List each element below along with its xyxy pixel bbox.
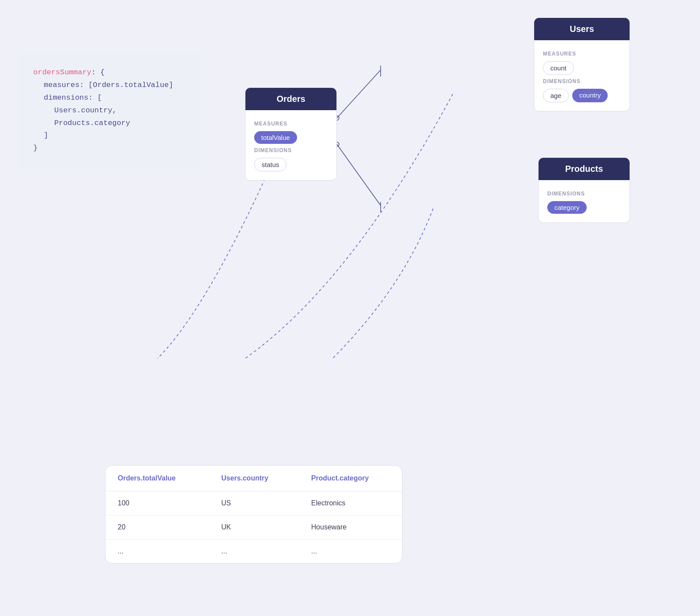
code-measures-val: [Orders.totalValue] <box>88 81 173 89</box>
code-measures-key: measures <box>44 81 80 89</box>
orders-measures-label: MEASURES <box>254 121 328 127</box>
users-count-tag: count <box>543 61 574 75</box>
products-card-title: Products <box>539 158 630 180</box>
svg-line-0 <box>337 70 381 118</box>
products-category-tag: category <box>547 201 587 214</box>
users-age-tag: age <box>543 89 569 102</box>
cell-totalvalue-2: 20 <box>105 515 209 539</box>
cell-country-3: ... <box>209 539 299 564</box>
users-measures-label: MEASURES <box>543 51 621 57</box>
orders-dimensions-label: DIMENSIONS <box>254 147 328 153</box>
col-header-totalvalue: Orders.totalValue <box>105 466 209 491</box>
col-header-category: Product.category <box>299 466 402 491</box>
cell-category-3: ... <box>299 539 402 564</box>
products-dimensions-label: DIMENSIONS <box>547 191 621 197</box>
code-dim1: Users.country, <box>54 106 117 115</box>
users-dimensions-label: DIMENSIONS <box>543 78 621 84</box>
code-dimensions-key: dimensions <box>44 94 88 102</box>
results-table: Orders.totalValue Users.country Product.… <box>105 465 402 564</box>
users-country-tag: country <box>572 89 608 102</box>
cell-totalvalue-1: 100 <box>105 491 209 515</box>
users-card-title: Users <box>534 18 630 40</box>
cell-category-2: Houseware <box>299 515 402 539</box>
orders-card: Orders MEASURES totalValue DIMENSIONS st… <box>245 87 337 181</box>
code-object-name: ordersSummary <box>33 68 91 77</box>
orders-card-title: Orders <box>245 88 336 110</box>
cell-category-1: Electronics <box>299 491 402 515</box>
products-card: Products DIMENSIONS category <box>538 157 630 223</box>
cell-country-2: UK <box>209 515 299 539</box>
code-dim2: Products.category <box>54 119 130 127</box>
cell-country-1: US <box>209 491 299 515</box>
table-row: ... ... ... <box>105 539 402 564</box>
users-card: Users MEASURES count DIMENSIONS age coun… <box>534 17 630 111</box>
table-row: 100 US Electronics <box>105 491 402 515</box>
orders-totalvalue-tag: totalValue <box>254 131 297 144</box>
code-block: ordersSummary: { measures: [Orders.total… <box>18 52 201 169</box>
col-header-country: Users.country <box>209 466 299 491</box>
orders-status-tag: status <box>254 158 287 171</box>
cell-totalvalue-3: ... <box>105 539 209 564</box>
svg-line-3 <box>337 144 381 205</box>
table-row: 20 UK Houseware <box>105 515 402 539</box>
